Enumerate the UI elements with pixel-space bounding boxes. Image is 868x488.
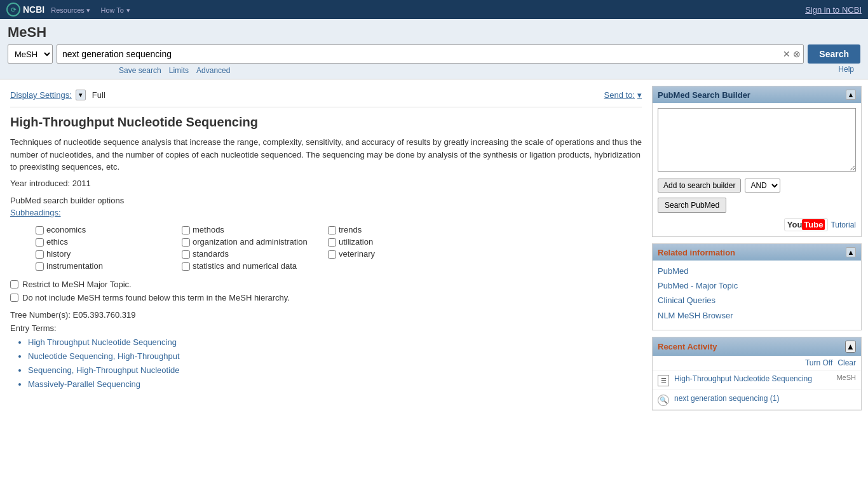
checkbox-standards-input[interactable]: [182, 250, 190, 259]
checkbox-statistics-input[interactable]: [182, 262, 190, 271]
checkbox-ethics: ethics: [36, 237, 175, 247]
full-label: Full: [92, 90, 105, 100]
checkbox-economics-input[interactable]: [36, 226, 44, 234]
restrict-major-topic-checkbox[interactable]: [10, 280, 18, 288]
checkbox-methods-input[interactable]: [182, 226, 190, 234]
send-to[interactable]: Send to: ▾: [604, 90, 642, 100]
recent-activity-controls: Turn Off Clear: [653, 356, 861, 370]
search-button[interactable]: Search: [808, 44, 860, 64]
top-navigation: ⟳ NCBI Resources ▾ How To ▾ Sign in to N…: [0, 0, 868, 19]
checkbox-utilization: utilization: [328, 237, 468, 247]
recent-activity-title: Recent Activity: [658, 342, 717, 351]
entry-term-link-3[interactable]: Sequencing, High-Throughput Nucleotide: [28, 365, 180, 375]
search-row: MeSH ✕ ⊗ Search: [8, 44, 860, 64]
display-settings: Display Settings: ▾ Full: [10, 90, 105, 100]
search-pubmed-button[interactable]: Search PubMed: [658, 198, 726, 213]
howto-link[interactable]: How To ▾: [100, 5, 130, 15]
do-not-include-row: Do not include MeSH terms found below th…: [10, 293, 642, 302]
resources-link[interactable]: Resources ▾: [51, 5, 90, 15]
checkbox-ethics-input[interactable]: [36, 238, 44, 247]
advanced-link[interactable]: Advanced: [196, 66, 230, 75]
tutorial-link[interactable]: Tutorial: [831, 220, 856, 229]
pubmed-builder-collapse[interactable]: ▲: [846, 90, 856, 100]
ncbi-logo[interactable]: ⟳ NCBI: [6, 3, 44, 17]
subheadings-grid: economics methods trends ethics organiza…: [36, 225, 642, 271]
entry-term-1: High Throughput Nucleotide Sequencing: [28, 336, 642, 349]
nlm-mesh-browser-link[interactable]: NLM MeSH Browser: [658, 310, 856, 322]
checkbox-org-admin: organization and administration: [182, 237, 322, 247]
checkbox-history-input[interactable]: [36, 250, 44, 259]
checkbox-standards: standards: [182, 249, 322, 259]
help-link[interactable]: Help: [838, 65, 854, 74]
year-introduced: Year introduced: 2011: [10, 179, 642, 188]
youtube-tutorial-row: You Tube Tutorial: [658, 218, 856, 231]
recent-item-2-icon: 🔍: [658, 395, 669, 406]
checkbox-history: history: [36, 249, 175, 259]
pubmed-major-topic-link[interactable]: PubMed - Major Topic: [658, 280, 856, 292]
clear-input-button[interactable]: ✕ ⊗: [783, 49, 801, 59]
ncbi-logo-text: NCBI: [23, 4, 44, 15]
pubmed-builder-title: PubMed Search Builder: [658, 90, 750, 100]
sign-in-link[interactable]: Sign in to NCBI: [805, 5, 862, 15]
restrict-major-topic-row: Restrict to MeSH Major Topic.: [10, 280, 642, 289]
search-input[interactable]: [60, 49, 783, 59]
clinical-queries-link[interactable]: Clinical Queries: [658, 295, 856, 306]
youtube-you: You: [787, 220, 803, 229]
pubmed-search-builder-section: PubMed Search Builder ▲ Add to search bu…: [652, 86, 862, 237]
entry-term-2: Nucleotide Sequencing, High-Throughput: [28, 349, 642, 363]
checkbox-instrumentation-input[interactable]: [36, 262, 44, 271]
checkbox-veterinary-input[interactable]: [328, 250, 336, 259]
add-to-search-builder-button[interactable]: Add to search builder: [658, 179, 741, 193]
article-title: High-Throughput Nucleotide Sequencing: [10, 115, 642, 130]
restrict-major-topic-label: Restrict to MeSH Major Topic.: [22, 280, 132, 289]
pubmed-link[interactable]: PubMed: [658, 266, 856, 277]
recent-activity-header: Recent Activity ▲: [653, 337, 861, 356]
and-or-select[interactable]: AND OR NOT: [745, 179, 780, 193]
article-description: Techniques of nucleotide sequence analys…: [10, 136, 642, 173]
checkbox-economics: economics: [36, 225, 175, 234]
entry-term-link-1[interactable]: High Throughput Nucleotide Sequencing: [28, 337, 177, 347]
display-bar: Display Settings: ▾ Full Send to: ▾: [10, 86, 642, 107]
search-title: MeSH: [8, 24, 860, 41]
checkbox-trends-input[interactable]: [328, 226, 336, 234]
recent-item-1-link[interactable]: High-Throughput Nucleotide Sequencing: [674, 374, 812, 384]
content-area: Display Settings: ▾ Full Send to: ▾ High…: [0, 79, 652, 423]
recent-item-2-link[interactable]: next generation sequencing (1): [674, 393, 856, 404]
right-sidebar: PubMed Search Builder ▲ Add to search bu…: [652, 79, 868, 423]
display-settings-dropdown[interactable]: ▾: [76, 90, 86, 100]
search-links: Save search Limits Advanced: [119, 66, 230, 75]
search-input-wrap: ✕ ⊗: [57, 44, 804, 64]
youtube-tube: Tube: [802, 219, 825, 230]
checkbox-utilization-input[interactable]: [328, 238, 336, 247]
checkbox-trends: trends: [328, 225, 468, 234]
recent-activity-collapse[interactable]: ▲: [845, 341, 856, 353]
database-select[interactable]: MeSH: [8, 44, 53, 64]
pubmed-builder-textarea[interactable]: [658, 108, 856, 172]
pubmed-builder-options-label: PubMed search builder options: [10, 196, 642, 205]
top-nav-links: Resources ▾ How To ▾: [51, 5, 130, 15]
save-search-link[interactable]: Save search: [119, 66, 161, 75]
do-not-include-checkbox[interactable]: [10, 294, 18, 302]
entry-term-3: Sequencing, High-Throughput Nucleotide: [28, 363, 642, 377]
related-info-header: Related information ▲: [653, 244, 861, 261]
turn-off-link[interactable]: Turn Off: [805, 358, 832, 367]
recent-activity-section: Recent Activity ▲ Turn Off Clear ☰ High-…: [652, 337, 862, 410]
related-info-title: Related information: [658, 248, 735, 257]
checkbox-veterinary: veterinary: [328, 249, 468, 259]
display-settings-link[interactable]: Display Settings:: [10, 90, 72, 100]
entry-term-link-2[interactable]: Nucleotide Sequencing, High-Throughput: [28, 351, 180, 361]
clear-link[interactable]: Clear: [837, 358, 856, 367]
recent-item-1-text: High-Throughput Nucleotide Sequencing Me…: [674, 374, 856, 384]
entry-term-link-4[interactable]: Massively-Parallel Sequencing: [28, 379, 140, 389]
search-header: MeSH MeSH ✕ ⊗ Search Save search Limits …: [0, 19, 868, 79]
related-info-collapse[interactable]: ▲: [846, 247, 856, 257]
recent-item-2-text: next generation sequencing (1): [674, 393, 856, 404]
related-links: PubMed PubMed - Major Topic Clinical Que…: [653, 261, 861, 330]
checkbox-instrumentation: instrumentation: [36, 261, 175, 271]
checkbox-org-admin-input[interactable]: [182, 238, 190, 247]
builder-buttons: Add to search builder AND OR NOT: [658, 179, 856, 193]
entry-term-4: Massively-Parallel Sequencing: [28, 377, 642, 391]
limits-link[interactable]: Limits: [169, 66, 189, 75]
subheadings-link[interactable]: Subheadings:: [10, 208, 642, 217]
recent-item-2: 🔍 next generation sequencing (1): [653, 390, 861, 410]
